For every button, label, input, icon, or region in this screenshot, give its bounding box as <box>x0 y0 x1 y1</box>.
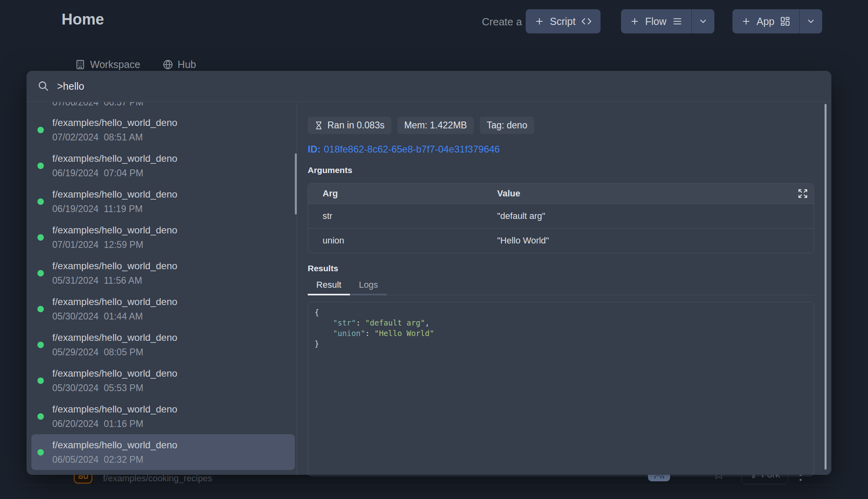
run-item[interactable]: f/examples/hello_world_deno 05/31/2024 1… <box>31 255 295 291</box>
tab-workspace[interactable]: Workspace <box>75 59 140 70</box>
run-item[interactable]: f/examples/hello_world_deno 05/30/2024 0… <box>31 291 295 327</box>
run-path: f/examples/hello_world_deno <box>52 404 295 415</box>
col-header-value: Value <box>483 188 814 199</box>
create-app-dropdown[interactable] <box>799 9 822 33</box>
search-icon <box>38 80 49 92</box>
run-timestamp: 06/19/2024 07:04 PM <box>52 168 295 179</box>
run-timestamp: 07/06/2024 06:37 PM <box>52 102 143 108</box>
run-history-list: 07/06/2024 06:37 PM f/examples/hello_wor… <box>27 102 297 475</box>
create-flow-button-group: Flow <box>621 9 714 33</box>
dashboard-icon <box>780 16 790 27</box>
code-icon <box>581 16 592 27</box>
command-palette: 07/06/2024 06:37 PM f/examples/hello_wor… <box>27 71 831 475</box>
run-timestamp: 06/20/2024 01:16 PM <box>52 419 295 429</box>
run-path: f/examples/hello_world_deno <box>52 439 295 451</box>
run-path: f/examples/hello_world_deno <box>52 260 295 272</box>
create-script-label: Script <box>550 16 576 27</box>
expand-icon[interactable] <box>798 188 808 199</box>
create-flow-dropdown[interactable] <box>691 9 714 33</box>
success-dot-icon <box>37 198 44 205</box>
tag-badge: Tag: deno <box>480 117 534 134</box>
tab-result[interactable]: Result <box>308 280 350 295</box>
success-dot-icon <box>37 234 44 241</box>
result-output-box: { "str": "default arg", "union": "Hello … <box>308 302 814 476</box>
run-item[interactable]: f/examples/hello_world_deno 07/02/2024 0… <box>31 112 295 148</box>
run-item-selected[interactable]: f/examples/hello_world_deno 06/05/2024 0… <box>31 434 295 470</box>
arg-name: union <box>308 235 483 246</box>
run-timestamp: 06/19/2024 11:19 PM <box>52 204 295 214</box>
tab-logs[interactable]: Logs <box>350 280 387 295</box>
tab-hub[interactable]: Hub <box>163 59 196 70</box>
building-icon <box>75 60 85 70</box>
run-path: f/examples/hello_world_deno <box>52 332 295 343</box>
run-path: f/examples/hello_world_deno <box>52 117 295 128</box>
create-app-button-group: App <box>732 9 822 33</box>
list-scrollbar[interactable] <box>295 153 297 214</box>
arguments-table: Arg Value str "default arg" union "Hello… <box>308 183 814 253</box>
run-item[interactable]: f/examples/hello_world_deno 07/01/2024 1… <box>31 219 295 255</box>
memory-label: Mem: 1.422MB <box>404 120 467 131</box>
arguments-heading: Arguments <box>308 165 814 175</box>
run-path: f/examples/hello_world_deno <box>52 296 295 307</box>
chevron-down-icon <box>698 16 708 26</box>
run-detail-pane: Ran in 0.083s Mem: 1.422MB Tag: deno ID:… <box>308 102 814 476</box>
plus-icon <box>741 16 751 26</box>
active-tab-underline <box>308 294 350 295</box>
run-path: f/examples/hello_world_deno <box>52 189 295 200</box>
create-a-label: Create a <box>482 16 522 28</box>
success-dot-icon <box>37 449 44 456</box>
home-page: Home Create a Script Flow App <box>0 0 868 499</box>
tab-workspace-label: Workspace <box>90 59 140 70</box>
table-row: union "Hello World" <box>308 228 814 253</box>
run-item[interactable]: f/examples/hello_world_deno 05/29/2024 0… <box>31 327 295 363</box>
row-divider <box>27 485 829 485</box>
success-dot-icon <box>37 413 44 420</box>
arg-value: "Hello World" <box>483 235 814 246</box>
memory-badge: Mem: 1.422MB <box>397 117 474 134</box>
tab-logs-label: Logs <box>359 280 378 290</box>
page-title: Home <box>62 11 104 28</box>
run-timestamp: 05/31/2024 11:56 AM <box>52 275 295 286</box>
arguments-table-header: Arg Value <box>308 184 814 204</box>
create-flow-button[interactable]: Flow <box>621 9 691 33</box>
tab-hub-label: Hub <box>178 59 196 70</box>
col-header-arg: Arg <box>308 188 483 199</box>
run-id-label: ID: <box>308 144 321 155</box>
detail-scrollbar[interactable] <box>825 104 827 470</box>
run-item[interactable]: f/examples/hello_world_deno 05/30/2024 0… <box>31 363 295 398</box>
palette-search-row <box>27 71 831 102</box>
inactive-tab-underline <box>350 294 387 295</box>
result-json: { "str": "default arg", "union": "Hello … <box>315 307 807 349</box>
results-heading: Results <box>308 264 814 273</box>
menu-lines-icon <box>672 16 683 27</box>
palette-body: 07/06/2024 06:37 PM f/examples/hello_wor… <box>27 102 831 475</box>
chevron-down-icon <box>806 16 816 26</box>
create-script-button[interactable]: Script <box>526 9 601 33</box>
palette-search-input[interactable] <box>57 80 820 92</box>
run-timestamp: 05/29/2024 08:05 PM <box>52 347 295 358</box>
results-tabs: Result Logs <box>308 280 814 295</box>
run-badges: Ran in 0.083s Mem: 1.422MB Tag: deno <box>308 117 814 134</box>
workspace-hub-tabs: Workspace Hub <box>75 59 196 70</box>
create-app-button[interactable]: App <box>732 9 799 33</box>
duration-badge: Ran in 0.083s <box>308 117 391 134</box>
run-timestamp: 07/01/2024 12:59 PM <box>52 239 295 250</box>
run-item[interactable]: f/examples/hello_world_deno 06/20/2024 0… <box>31 398 295 434</box>
run-id-value: 018fe862-8c62-65e8-b7f7-04e31f379646 <box>324 144 500 155</box>
success-dot-icon <box>37 270 44 276</box>
success-dot-icon <box>37 127 44 133</box>
success-dot-icon <box>37 163 44 169</box>
arg-name: str <box>308 211 483 221</box>
tab-result-label: Result <box>316 280 341 290</box>
arg-value: "default arg" <box>483 211 814 221</box>
globe-icon <box>163 60 173 70</box>
run-id-link[interactable]: ID:018fe862-8c62-65e8-b7f7-04e31f379646 <box>308 144 814 155</box>
run-timestamp: 07/02/2024 08:51 AM <box>52 132 295 143</box>
plus-icon <box>630 16 640 26</box>
run-item[interactable]: f/examples/hello_world_deno 06/19/2024 1… <box>31 184 295 219</box>
run-item-clipped[interactable]: 07/06/2024 06:37 PM <box>31 102 296 112</box>
hourglass-icon <box>315 121 323 130</box>
tag-label: Tag: deno <box>487 120 527 131</box>
run-item[interactable]: f/examples/hello_world_deno 06/19/2024 0… <box>31 148 295 184</box>
run-timestamp: 05/30/2024 01:44 AM <box>52 311 295 322</box>
